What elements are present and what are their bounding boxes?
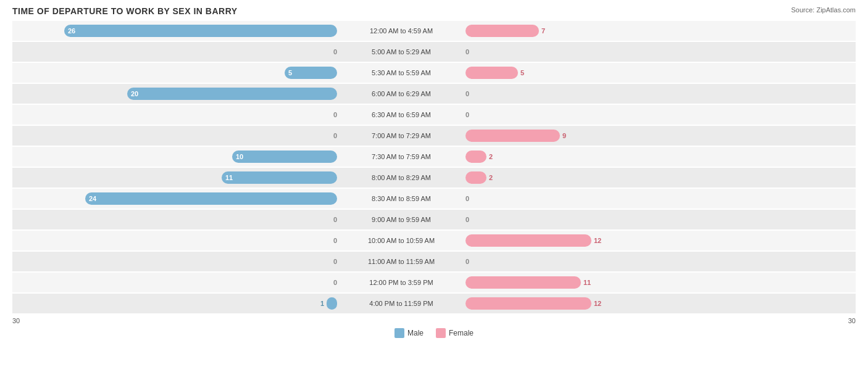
male-bar-value: 24 <box>89 195 96 202</box>
female-value-outside: 2 <box>489 174 493 181</box>
female-bar <box>465 234 591 247</box>
female-value-outside: 12 <box>594 300 601 307</box>
time-label: 9:00 AM to 9:59 AM <box>340 210 463 229</box>
male-bar-value: 26 <box>68 27 75 35</box>
bar-row: 010:00 AM to 10:59 AM12 <box>12 231 856 250</box>
male-bar-value: 5 <box>288 69 292 76</box>
female-bar <box>465 276 581 289</box>
male-section: 5 <box>12 63 340 83</box>
male-section: 24 <box>12 189 340 208</box>
female-value-outside: 9 <box>562 132 566 139</box>
female-section: 0 <box>463 189 790 208</box>
male-zero: 0 <box>333 258 337 265</box>
axis-left: 30 <box>12 317 20 324</box>
time-label: 12:00 PM to 3:59 PM <box>340 273 463 292</box>
time-label: 6:00 AM to 6:29 AM <box>340 84 463 104</box>
male-legend-label: Male <box>407 329 424 337</box>
female-value-outside: 11 <box>583 279 591 286</box>
time-label: 7:00 AM to 7:29 AM <box>340 126 463 146</box>
time-label: 12:00 AM to 4:59 AM <box>340 21 463 41</box>
male-section: 0 <box>12 252 340 271</box>
female-section: 7 <box>463 21 790 41</box>
time-label: 8:30 AM to 8:59 AM <box>340 189 463 208</box>
female-section: 12 <box>463 294 790 313</box>
axis-right: 30 <box>848 317 856 324</box>
male-value-outside: 1 <box>320 300 324 307</box>
female-zero: 0 <box>465 195 469 202</box>
legend-female: Female <box>436 328 474 338</box>
male-zero: 0 <box>333 132 337 139</box>
male-bar: 11 <box>222 171 337 184</box>
time-label: 6:30 AM to 6:59 AM <box>340 105 463 125</box>
male-bar: 10 <box>232 151 337 163</box>
male-zero: 0 <box>333 48 337 56</box>
chart-title: TIME OF DEPARTURE TO WORK BY SEX IN BARR… <box>12 6 238 16</box>
female-zero: 0 <box>465 111 469 118</box>
female-value-outside: 7 <box>541 27 545 35</box>
male-bar-value: 10 <box>236 153 243 160</box>
male-bar-value: 11 <box>225 174 233 181</box>
time-label: 8:00 AM to 8:29 AM <box>340 168 463 188</box>
bar-row: 55:30 AM to 5:59 AM5 <box>12 63 856 83</box>
male-bar <box>327 297 337 310</box>
female-value-outside: 12 <box>594 237 601 244</box>
time-label: 5:00 AM to 5:29 AM <box>340 42 463 62</box>
bar-row: 248:30 AM to 8:59 AM0 <box>12 189 856 208</box>
female-bar <box>465 67 518 79</box>
bar-row: 09:00 AM to 9:59 AM0 <box>12 210 856 229</box>
female-legend-label: Female <box>449 329 474 337</box>
female-section: 0 <box>463 84 790 104</box>
female-bar <box>465 130 560 142</box>
bar-row: 011:00 AM to 11:59 AM0 <box>12 252 856 271</box>
male-zero: 0 <box>333 111 337 118</box>
female-section: 0 <box>463 105 790 125</box>
male-bar: 24 <box>85 192 337 205</box>
male-section: 20 <box>12 84 340 104</box>
male-section: 10 <box>12 147 340 167</box>
time-label: 11:00 AM to 11:59 AM <box>340 252 463 271</box>
male-bar: 20 <box>127 88 337 100</box>
male-section: 26 <box>12 21 340 41</box>
female-section: 2 <box>463 168 790 188</box>
male-section: 0 <box>12 126 340 146</box>
chart-container: TIME OF DEPARTURE TO WORK BY SEX IN BARR… <box>0 0 868 367</box>
male-bar: 26 <box>64 25 337 37</box>
time-label: 10:00 AM to 10:59 AM <box>340 231 463 250</box>
bar-row: 118:00 AM to 8:29 AM2 <box>12 168 856 188</box>
bar-row: 012:00 PM to 3:59 PM11 <box>12 273 856 292</box>
female-section: 9 <box>463 126 790 146</box>
time-label: 4:00 PM to 11:59 PM <box>340 294 463 313</box>
male-bar-value: 20 <box>131 90 138 97</box>
female-section: 0 <box>463 210 790 229</box>
bar-row: 2612:00 AM to 4:59 AM7 <box>12 21 856 41</box>
male-zero: 0 <box>333 279 337 286</box>
male-section: 11 <box>12 168 340 188</box>
female-section: 12 <box>463 231 790 250</box>
female-zero: 0 <box>465 258 469 265</box>
female-bar <box>465 171 486 184</box>
male-section: 1 <box>12 294 340 313</box>
female-bar <box>465 25 539 37</box>
male-section: 0 <box>12 210 340 229</box>
bar-row: 07:00 AM to 7:29 AM9 <box>12 126 856 146</box>
male-bar: 5 <box>285 67 337 79</box>
legend-male: Male <box>394 328 424 338</box>
legend: Male Female <box>12 328 856 338</box>
bar-row: 107:30 AM to 7:59 AM2 <box>12 147 856 167</box>
time-label: 7:30 AM to 7:59 AM <box>340 147 463 167</box>
male-section: 0 <box>12 42 340 62</box>
female-legend-box <box>436 328 446 338</box>
female-section: 5 <box>463 63 790 83</box>
male-section: 0 <box>12 105 340 125</box>
title-row: TIME OF DEPARTURE TO WORK BY SEX IN BARR… <box>12 6 856 16</box>
female-zero: 0 <box>465 48 469 56</box>
bar-row: 05:00 AM to 5:29 AM0 <box>12 42 856 62</box>
chart-area: 2612:00 AM to 4:59 AM705:00 AM to 5:29 A… <box>12 21 856 313</box>
bar-row: 14:00 PM to 11:59 PM12 <box>12 294 856 313</box>
female-zero: 0 <box>465 90 469 97</box>
female-value-outside: 2 <box>489 153 493 160</box>
male-zero: 0 <box>333 237 337 244</box>
male-zero: 0 <box>333 216 337 223</box>
source-text: Source: ZipAtlas.com <box>791 6 856 14</box>
female-value-outside: 5 <box>520 69 524 76</box>
